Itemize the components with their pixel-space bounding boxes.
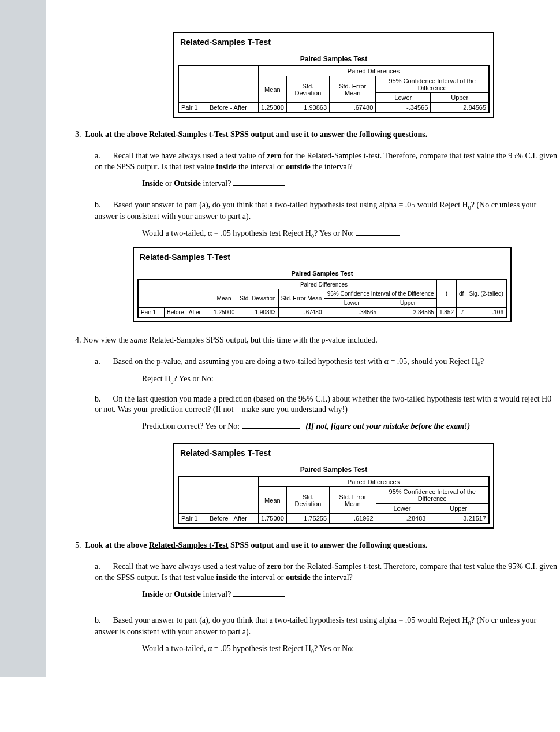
cell-lower: -.34565 [376, 103, 431, 113]
spss-caption: Paired Samples Test [137, 270, 507, 277]
cell-sig: .106 [466, 308, 506, 318]
cell-desc: Before - After [165, 308, 211, 318]
q4b-prompt: Prediction correct? Yes or No: (If not, … [142, 421, 560, 432]
q5a-prompt: Inside or Outside interval? [142, 589, 560, 600]
blank-line [356, 228, 400, 236]
q3b-prompt: Would a two-tailed, α = .05 hypothesis t… [142, 228, 560, 240]
cell-lower: .28483 [376, 514, 428, 524]
spss-title: Related-Samples T-Test [180, 38, 490, 47]
blank-line [215, 374, 267, 381]
header-df: df [456, 280, 466, 308]
q5b-p2: ? Yes or No: [314, 644, 356, 653]
cell-pair: Pair 1 [178, 103, 207, 113]
q4b: b. On the last question you made a predi… [95, 394, 560, 416]
q3b-p1: Would a two-tailed, α = .05 hypothesis t… [142, 229, 311, 237]
q5-head-under: Related-Samples t-Test [149, 541, 229, 549]
blank-line [242, 421, 300, 429]
q3a-letter: a. [95, 151, 111, 162]
spss-output-2: Related-Samples T-Test Paired Samples Te… [133, 247, 512, 322]
header-mean: Mean [211, 289, 237, 308]
q3a-t3: the interval or [236, 162, 286, 171]
spss-output-1: Related-Samples T-Test Paired Samples Te… [173, 32, 494, 118]
header-se: Std. Error Mean [330, 487, 376, 514]
blank-line [233, 589, 285, 597]
cell-desc: Before - After [207, 103, 259, 113]
q3-head-2: SPSS output and use it to answer the fol… [228, 130, 427, 139]
cell-desc: Before - After [207, 514, 259, 524]
q5b-letter: b. [95, 615, 111, 626]
q5b-prompt: Would a two-tailed, α = .05 hypothesis t… [142, 644, 560, 655]
cell-pair: Pair 1 [178, 514, 207, 524]
header-pd: Paired Differences [259, 66, 490, 76]
q3a-outside: outside [286, 162, 311, 171]
q5a-p2: Outside [174, 590, 201, 599]
q3a-prest: interval? [201, 179, 233, 188]
q5a-t3: the interval or [236, 573, 286, 582]
q4a: a. Based on the p-value, and assuming yo… [95, 356, 560, 368]
question-5: 5. Look at the above Related-Samples t-T… [75, 540, 560, 551]
q4a-letter: a. [95, 356, 111, 367]
q5a-inside: inside [216, 573, 236, 582]
q5a-letter: a. [95, 562, 111, 573]
cell-se: .67480 [330, 103, 376, 113]
q3-head-under: Related-Samples t-Test [149, 130, 229, 139]
q4a-p1: Reject H [142, 374, 170, 383]
q5a-zero: zero [267, 562, 281, 571]
q3a-por: or [163, 179, 174, 188]
q5-number: 5. [75, 541, 81, 549]
cell-se: .67480 [278, 308, 324, 318]
q3-head-1: Look at the above [85, 130, 149, 139]
q5-head-1: Look at the above [85, 541, 149, 549]
header-upper: Upper [431, 93, 489, 103]
q5a-t1: Recall that we have always used a test v… [113, 562, 267, 571]
question-4: 4. Now view the same Related-Samples SPS… [75, 335, 560, 346]
q3a: a. Recall that we have always used a tes… [95, 151, 560, 173]
q3b-p2: ? Yes or No: [314, 229, 356, 237]
blank-line [356, 644, 400, 651]
cell-lower: -.34565 [324, 308, 379, 318]
spss-title: Related-Samples T-Test [140, 252, 507, 262]
header-std: Std. Deviation [286, 76, 329, 103]
header-se: Std. Error Mean [278, 289, 324, 308]
cell-std: 1.75255 [286, 514, 329, 524]
q5b: b. Based your answer to part (a), do you… [95, 615, 560, 638]
header-ci: 95% Confidence Interval of the Differenc… [324, 289, 436, 299]
q3a-p1: Inside [142, 179, 163, 188]
spss-table-2: Paired Differences t df Sig. (2-tailed) … [137, 279, 507, 318]
cell-df: 7 [456, 308, 466, 318]
q3b: b. Based your answer to part (a), do you… [95, 200, 560, 222]
q3a-t1: Recall that we have always used a test v… [113, 151, 267, 160]
header-lower: Lower [376, 504, 428, 514]
header-ci: 95% Confidence Interval of the Differenc… [376, 487, 489, 504]
spss-caption: Paired Samples Test [178, 466, 490, 474]
header-mean: Mean [259, 76, 287, 103]
spss-title: Related-Samples T-Test [180, 448, 490, 458]
header-upper: Upper [428, 504, 489, 514]
cell-upper: 2.84565 [379, 308, 437, 318]
q3a-t4: the interval? [311, 162, 353, 171]
cell-std: 1.90863 [286, 103, 329, 113]
q4a-p2: ? Yes or No: [173, 374, 215, 383]
header-pd: Paired Differences [259, 477, 490, 487]
q5a-outside: outside [286, 573, 311, 582]
cell-upper: 3.21517 [428, 514, 489, 524]
spss-table-1: Paired Differences Mean Std. Deviation S… [178, 65, 490, 113]
cell-mean: 1.25000 [211, 308, 237, 318]
header-se: Std. Error Mean [330, 76, 376, 103]
cell-mean: 1.75000 [259, 514, 287, 524]
q4b-letter: b. [95, 394, 111, 405]
header-sig: Sig. (2-tailed) [466, 280, 506, 308]
q5a-prest: interval? [201, 590, 233, 599]
header-mean: Mean [259, 487, 287, 514]
cell-se: .61962 [330, 514, 376, 524]
cell-std: 1.90863 [237, 308, 278, 318]
left-margin [0, 0, 46, 677]
q4b-t: On the last question you made a predicti… [95, 395, 551, 414]
q3b-letter: b. [95, 200, 111, 211]
q4a-prompt: Reject H0? Yes or No: [142, 374, 560, 385]
q4-same: same [130, 336, 147, 344]
header-ci: 95% Confidence Interval of the Differenc… [376, 76, 489, 93]
q4-h1: Now view the [81, 336, 131, 344]
q4a-t2: ? [480, 357, 484, 366]
q3a-inside: inside [216, 162, 236, 171]
